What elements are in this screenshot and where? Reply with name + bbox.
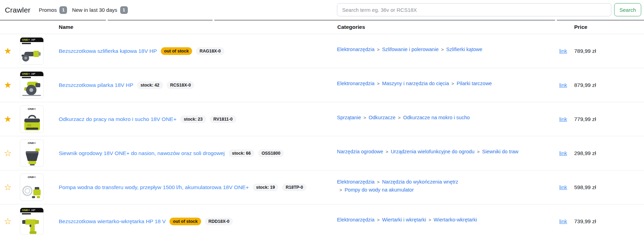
stock-badge: stock: 42 [137, 81, 163, 89]
product-categories: Elektronarzędzia>Szlifowanie i polerowan… [337, 46, 550, 54]
sku-badge: RAG18X-0 [196, 47, 224, 55]
breadcrumb-separator: > [377, 47, 380, 52]
favorite-cell: ☆ [0, 183, 16, 192]
category-link[interactable]: Urządzenia wielofunkcyjne do ogrodu [391, 149, 474, 154]
product-image: ONE+ [20, 105, 44, 133]
image-cell: ONE+ [20, 105, 44, 133]
product-image: ONE+HP [20, 37, 44, 65]
name-cell: Siewnik ogrodowy 18V ONE+ do nasion, naw… [59, 149, 337, 157]
header-top-border [557, 20, 644, 21]
app-header: Crawler Promos 1 New in last 30 days 1 S… [0, 0, 644, 20]
link-cell: link [559, 218, 574, 225]
category-link[interactable]: Szlifowanie i polerowanie [382, 47, 439, 52]
product-name-link[interactable]: Bezszczotkowa szlifierka kątowa 18V HP [59, 48, 157, 54]
product-image: ONE+HP [20, 71, 44, 99]
product-categories: Elektronarzędzia>Wiertarki i wkrętarki>W… [337, 216, 550, 224]
breadcrumb-separator: > [452, 81, 454, 86]
link-cell: link [559, 82, 574, 88]
category-link[interactable]: Narzędzia do wykończenia wnętrz [382, 179, 458, 185]
app-title: Crawler [5, 6, 31, 14]
favorite-star-icon[interactable]: ☆ [4, 149, 11, 157]
brand-label: ONE+ [20, 106, 43, 111]
product-link[interactable]: link [559, 82, 567, 88]
table-header: Name Categories Price [0, 20, 644, 34]
table-row: ☆ ONE+ Siewnik ogrodowy 18V ONE+ do nasi… [0, 136, 644, 170]
category-link[interactable]: Elektronarzędzia [337, 179, 374, 185]
stock-badge: stock: 19 [253, 184, 278, 191]
promos-count-badge: 1 [59, 6, 67, 14]
brand-banner: ONE+HP [20, 208, 43, 212]
favorite-star-icon[interactable]: ☆ [4, 183, 11, 192]
product-link[interactable]: link [559, 116, 567, 122]
product-image: ONE+ [20, 139, 44, 167]
link-cell: link [559, 150, 574, 156]
sku-badge: RCS18X-0 [167, 81, 195, 89]
category-link[interactable]: Wiertarko-wkrętarki [434, 217, 477, 222]
sku-badge: R18TP-0 [282, 184, 306, 191]
brushless-strip [22, 213, 31, 214]
name-cell: Bezszczotkowa szlifierka kątowa 18V HP o… [59, 47, 337, 55]
name-cell: Bezszczotkowa pilarka 18V HP stock: 42 R… [59, 81, 337, 89]
favorite-cell: ☆ [0, 217, 16, 226]
link-cell: link [559, 184, 574, 191]
category-link[interactable]: Pilarki tarczowe [456, 81, 492, 86]
search-input[interactable] [337, 3, 611, 16]
category-link[interactable]: Sprzątanie [337, 115, 361, 120]
product-name-link[interactable]: Odkurzacz do pracy na mokro i sucho 18V … [59, 116, 176, 122]
favorite-star-icon[interactable]: ☆ [4, 217, 11, 226]
image-cell: ONE+HP [20, 71, 44, 99]
product-categories: Sprzątanie>Odkurzacze>Odkurzacze na mokr… [337, 114, 550, 122]
favorite-star-icon[interactable]: ★ [4, 115, 11, 123]
breadcrumb-separator: > [377, 179, 380, 185]
column-header-categories: Categories [337, 24, 365, 30]
category-link[interactable]: Narzędzia ogrodowe [337, 149, 383, 154]
favorite-star-icon[interactable]: ★ [4, 47, 11, 55]
favorite-cell: ★ [0, 81, 16, 89]
category-link[interactable]: Elektronarzędzia [337, 217, 374, 222]
product-price: 598,99 zł [574, 184, 596, 191]
image-cell: ONE+HP [20, 37, 44, 65]
column-header-name: Name [59, 24, 73, 30]
product-link[interactable]: link [559, 48, 567, 54]
category-link[interactable]: Elektronarzędzia [337, 81, 374, 86]
column-header-price: Price [574, 24, 587, 30]
table-row: ☆ ONE+ Pompa wodna do transferu wody, pr… [0, 170, 644, 204]
category-link[interactable]: Siewniki do traw [482, 149, 519, 154]
product-link[interactable]: link [559, 150, 567, 156]
breadcrumb-separator: > [428, 217, 431, 222]
stock-badge: stock: 23 [180, 115, 206, 123]
category-link[interactable]: Elektronarzędzia [337, 47, 374, 52]
product-name-link[interactable]: Bezszczotkowa pilarka 18V HP [59, 82, 133, 88]
filter-new-in-30-days[interactable]: New in last 30 days 1 [72, 6, 127, 14]
category-link[interactable]: Maszyny i narzędzia do cięcia [382, 81, 449, 86]
header-top-border [214, 20, 555, 21]
breadcrumb-separator: > [398, 115, 401, 120]
brand-label: ONE+ [20, 140, 43, 145]
link-cell: link [559, 48, 574, 54]
table-row: ★ ONE+ Odkurzacz do pracy na mokro i suc… [0, 102, 644, 136]
category-link[interactable]: Wiertarki i wkrętarki [382, 217, 426, 222]
filter-bar: Promos 1 New in last 30 days 1 [39, 6, 128, 14]
favorite-cell: ★ [0, 115, 16, 123]
new-count-badge: 1 [120, 6, 128, 14]
image-cell: ONE+ [20, 173, 44, 201]
table-row: ★ ONE+HP Bezszczotkowa szlifierka kątowa… [0, 34, 644, 68]
category-link[interactable]: Odkurzacze na mokro i sucho [403, 115, 470, 120]
product-name-link[interactable]: Siewnik ogrodowy 18V ONE+ do nasion, naw… [59, 150, 225, 156]
brand-banner: ONE+HP [20, 38, 43, 42]
stock-badge: out of stock [170, 218, 201, 225]
category-link[interactable]: Szlifierki kątowe [446, 47, 482, 52]
header-top-border [108, 20, 213, 21]
favorite-star-icon[interactable]: ★ [4, 81, 11, 89]
brushless-strip [22, 43, 31, 44]
product-link[interactable]: link [559, 184, 567, 190]
product-name-link[interactable]: Pompa wodna do transferu wody, przepływ … [59, 184, 249, 191]
filter-promos[interactable]: Promos 1 [39, 6, 67, 14]
category-link[interactable]: Odkurzacze [369, 115, 395, 120]
product-table-body: ★ ONE+HP Bezszczotkowa szlifierka kątowa… [0, 34, 644, 235]
product-name-link[interactable]: Bezszczotkowa wiertarko-wkrętarka HP 18 … [59, 218, 166, 225]
product-link[interactable]: link [559, 218, 567, 224]
category-link[interactable]: Pompy do wody na akumulator [345, 187, 414, 193]
search-button[interactable]: Search [614, 3, 641, 16]
product-categories: Elektronarzędzia>Narzędzia do wykończeni… [337, 178, 550, 194]
